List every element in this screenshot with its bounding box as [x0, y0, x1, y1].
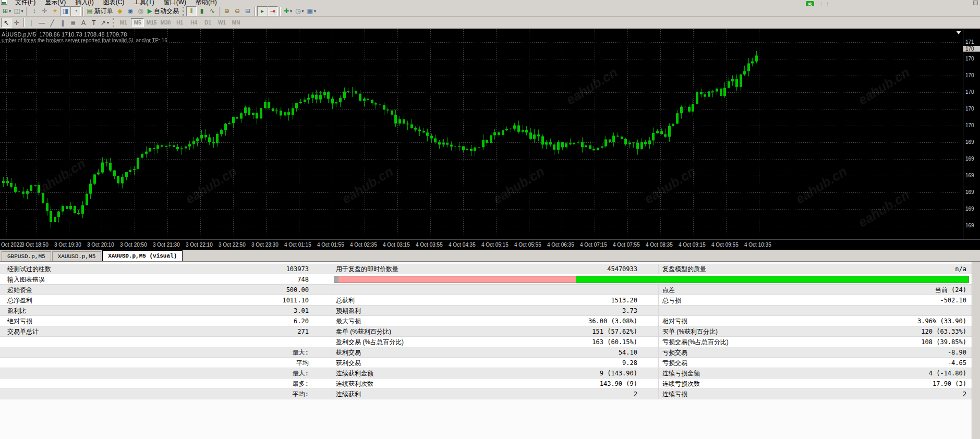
column-separator	[332, 379, 332, 389]
zoom-in-button[interactable]: ⊕	[222, 6, 232, 16]
timeframe-m30-button[interactable]: M30	[159, 18, 172, 27]
metaeditor-button[interactable]: ◆	[115, 6, 125, 16]
new-chart-button[interactable]: ⊞▾	[1, 6, 13, 16]
bar-chart-button[interactable]: ‖	[186, 6, 197, 16]
ime-badge-icon[interactable]: S	[806, 1, 814, 6]
vertical-line-button[interactable]: ｜	[26, 18, 37, 28]
report-row-10[interactable]: 最大:连续获利金额9 (143.90)连续亏损金额4 (-14.80)	[0, 368, 972, 379]
candlestick-chart-button[interactable]: ▮	[197, 6, 207, 16]
report-value: 271	[7, 326, 309, 337]
timeframe-h1-button[interactable]: H1	[173, 18, 186, 27]
menu-item-4[interactable]: 工具(T)	[129, 0, 159, 6]
report-row-7[interactable]: 盈利交易 (%占总百分比)163 (60.15%)亏损交易(%占总百分比)108…	[0, 337, 972, 347]
report-row-5[interactable]: 绝对亏损6.20最大亏损36.00 (3.08%)相对亏损3.96% (33.9…	[0, 316, 972, 326]
timeframe-w1-button[interactable]: W1	[215, 18, 228, 27]
timeframe-m1-button[interactable]: M1	[117, 18, 130, 27]
indicators-dropdown-arrow-icon[interactable]: ▾	[290, 9, 292, 14]
report-row-0[interactable]: 经测试过的柱数103973用于复盘的即时价数量45470933复盘模型的质量n/…	[0, 264, 972, 274]
progress-green-segment	[576, 276, 969, 283]
report-row-8[interactable]: 最大:获利交易54.10亏损交易-8.90	[0, 347, 972, 358]
chart-shift-icon: ⇥	[270, 7, 275, 15]
autotrading-button[interactable]: ▶自动交易	[146, 6, 180, 16]
profiles-button[interactable]: ◫▾	[13, 6, 25, 16]
navigator-button[interactable]: ✦	[50, 6, 60, 16]
templates-button[interactable]: ▦▾	[306, 6, 318, 16]
tile-windows-button[interactable]: ⊞	[243, 6, 253, 16]
timeframe-m15-button[interactable]: M15	[145, 18, 158, 27]
candlestick-chart-icon: ▮	[200, 7, 204, 15]
grip-dots-icon[interactable]: ⋮⋮	[818, 2, 831, 6]
auto-scroll-button[interactable]: ▸	[257, 6, 268, 16]
report-row-4[interactable]: 盈利比3.01预期盈利3.73	[0, 306, 972, 316]
chart-tab-1[interactable]: XAUUSD.p,M5	[52, 251, 102, 261]
report-value: 9.28	[336, 358, 637, 368]
channel-icon: ∥	[61, 19, 64, 27]
market-watch-button[interactable]: ↕	[29, 6, 39, 16]
profiles-dropdown-arrow-icon[interactable]: ▾	[21, 9, 23, 14]
price-tick: 169	[965, 189, 974, 195]
menu-item-0[interactable]: 文件(F)	[10, 0, 40, 6]
report-row-11[interactable]: 最多:连续获利次数143.90 (9)连续亏损次数-17.90 (3)	[0, 379, 972, 389]
shapes-button[interactable]: ↗▾	[99, 18, 111, 28]
sounds-button[interactable]: ◎	[136, 6, 146, 16]
chart-tab-2-active[interactable]: XAUUSD.p,M5 (visual)	[102, 250, 183, 261]
time-tick: 4 Oct 04:35	[449, 242, 476, 248]
market-watch-icon: ↕	[32, 7, 35, 15]
report-value: 6.20	[7, 316, 309, 326]
text-button[interactable]: A	[78, 18, 89, 28]
tester-report-table: eahub.cneahub.cneahub.cneahub.cneahub.cn…	[0, 261, 972, 439]
text-label-button[interactable]: T	[89, 18, 99, 28]
report-value: n/a	[662, 264, 966, 274]
zoom-out-button[interactable]: ⊖	[232, 6, 243, 16]
report-row-12[interactable]: 平均:连续获利2连续亏损2	[0, 389, 972, 399]
periods-dropdown-arrow-icon[interactable]: ▾	[302, 9, 304, 14]
time-axis[interactable]: Oct 20223 Oct 18:503 Oct 19:303 Oct 20:1…	[0, 239, 980, 250]
chart-tab-0[interactable]: GBPUSD.p,M5	[2, 251, 51, 261]
timeframe-mn-button[interactable]: MN	[229, 18, 243, 27]
time-tick: 3 Oct 23:30	[251, 242, 279, 248]
menu-item-1[interactable]: 显示(V)	[40, 0, 70, 6]
report-row-9[interactable]: 平均获利交易9.28亏损交易-4.65	[0, 358, 972, 368]
trendline-button[interactable]: ╱	[47, 18, 57, 28]
report-row-6[interactable]: 交易单总计271卖单 (%获利百分比)151 (57.62%)买单 (%获利百分…	[0, 326, 972, 337]
horizontal-line-button[interactable]: —	[37, 18, 47, 28]
chart-system-menu-icon[interactable]	[1, 0, 7, 5]
timeframe-m5-button[interactable]: M5	[131, 18, 144, 27]
chart-shift-button[interactable]: ⇥	[268, 6, 278, 16]
chart-area[interactable]: eahub.cneahub.cneahub.cneahub.cneahub.cn…	[0, 29, 980, 239]
strategy-tester-button[interactable]: ◔	[70, 6, 81, 16]
report-row-1[interactable]: 输入图表错误748	[0, 274, 972, 285]
indicators-button[interactable]: ✚▾	[282, 6, 294, 16]
time-tick: 4 Oct 07:15	[580, 242, 607, 248]
menu-item-2[interactable]: 插入(I)	[70, 0, 98, 6]
crosshair-button[interactable]: ✛	[11, 18, 22, 28]
window-pin-icon[interactable]	[973, 1, 978, 5]
column-separator	[332, 316, 332, 326]
timeframe-h4-button[interactable]: H4	[187, 18, 200, 27]
trendline-icon: ╱	[50, 19, 54, 27]
new-chart-dropdown-arrow-icon[interactable]: ▾	[9, 9, 11, 14]
channel-button[interactable]: ∥	[57, 18, 68, 28]
shapes-dropdown-arrow-icon[interactable]: ▾	[107, 20, 109, 25]
new-order-button[interactable]: ▤新订单	[85, 6, 114, 16]
report-row-2[interactable]: 起始资金500.00点差当前 (24)	[0, 285, 972, 295]
line-chart-button[interactable]: ∿	[207, 6, 217, 16]
periods-button[interactable]: ◷▾	[294, 6, 306, 16]
fibonacci-button[interactable]: ≣	[68, 18, 78, 28]
report-row-3[interactable]: 总净盈利1011.10总获利1513.20总亏损-502.10	[0, 295, 972, 306]
toolbar-separator	[255, 7, 256, 16]
menu-item-3[interactable]: 图表(C)	[99, 0, 129, 6]
cursor-button[interactable]: ↖	[1, 18, 11, 28]
menu-item-6[interactable]: 帮助(H)	[191, 0, 222, 6]
experts-button[interactable]: ◉	[125, 6, 136, 16]
templates-dropdown-arrow-icon[interactable]: ▾	[314, 9, 316, 14]
menu-item-5[interactable]: 窗口(W)	[159, 0, 191, 6]
price-chart-canvas[interactable]	[0, 29, 963, 239]
time-tick: 3 Oct 22:10	[186, 242, 213, 248]
report-value: 3.96% (33.90)	[662, 316, 966, 326]
terminal-button[interactable]: ◨	[60, 6, 70, 16]
price-axis[interactable]: 171170170170170170170169169169169169169	[963, 29, 980, 239]
timeframe-d1-button[interactable]: D1	[201, 18, 214, 27]
data-window-button[interactable]: ✛	[39, 6, 50, 16]
report-scrollbar[interactable]	[972, 261, 980, 439]
